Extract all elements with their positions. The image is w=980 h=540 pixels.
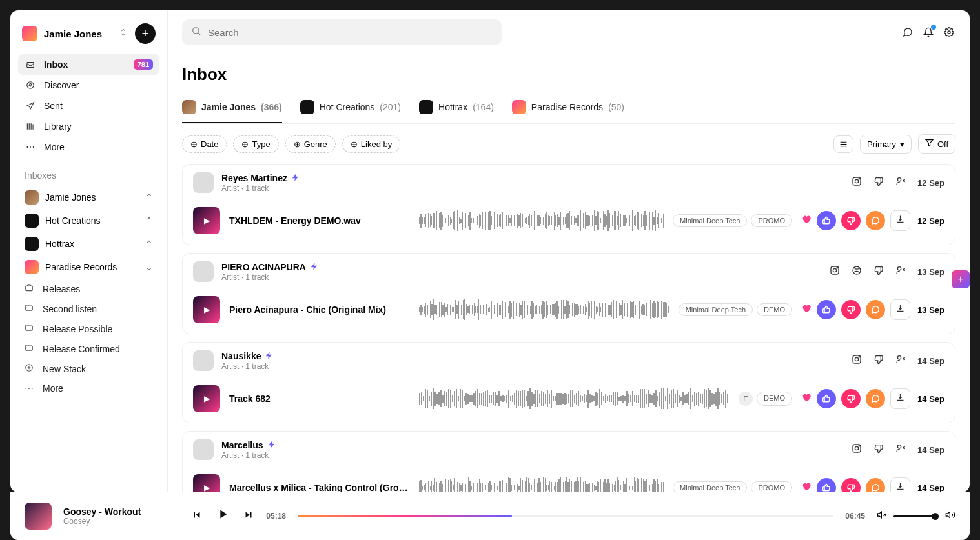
nav-inbox[interactable]: Inbox 781	[18, 54, 159, 75]
play-button[interactable]: ▶	[193, 207, 220, 234]
artist-avatar[interactable]	[193, 439, 214, 460]
thumbs-down-button[interactable]	[841, 478, 861, 492]
settings-icon[interactable]	[943, 26, 955, 39]
artist-avatar[interactable]	[193, 261, 214, 282]
thumbs-up-button[interactable]	[817, 211, 836, 230]
inbox-subitem[interactable]: New Stack	[18, 359, 159, 379]
svg-point-10	[833, 268, 836, 272]
thumbs-down-button[interactable]	[841, 300, 861, 319]
track-name[interactable]: Track 682	[229, 394, 410, 404]
comment-button[interactable]	[866, 478, 885, 492]
filter-likedby[interactable]: ⊕Liked by	[342, 135, 400, 153]
nav-discover[interactable]: Discover	[18, 75, 159, 95]
thumbs-up-button[interactable]	[817, 389, 836, 408]
download-button[interactable]	[890, 299, 910, 320]
user-avatar[interactable]	[22, 26, 37, 41]
heart-icon[interactable]	[801, 481, 812, 492]
side-add-button[interactable]: +	[952, 270, 970, 288]
volume-icon[interactable]	[945, 510, 955, 523]
inbox-item[interactable]: Hottrax⌃	[18, 232, 159, 255]
user-name[interactable]: Jamie Jones	[44, 28, 112, 39]
nav-sent[interactable]: Sent	[18, 95, 159, 116]
filter-date[interactable]: ⊕Date	[182, 135, 227, 153]
tab-jamie-jones[interactable]: Jamie Jones (366)	[182, 95, 282, 123]
player-artwork[interactable]	[25, 503, 52, 530]
inbox-subitem[interactable]: Release Confirmed	[18, 339, 159, 359]
track-date: 12 Sep	[915, 216, 944, 226]
tab-paradise-records[interactable]: Paradise Records (50)	[512, 95, 624, 123]
track-name[interactable]: TXHLDEM - Energy DEMO.wav	[229, 215, 410, 226]
tab-hottrax[interactable]: Hottrax (164)	[419, 95, 494, 123]
view-list-icon[interactable]	[833, 135, 853, 153]
search-input[interactable]	[208, 27, 493, 38]
thumbs-down-button[interactable]	[841, 389, 861, 408]
chat-icon[interactable]	[901, 26, 914, 39]
track-name[interactable]: Piero Acinapura - Chic (Original Mix)	[229, 305, 410, 315]
instagram-icon[interactable]	[852, 354, 862, 367]
track-name[interactable]: Marcellus x Milica - Taking Control (Gro…	[229, 483, 410, 492]
inbox-item[interactable]: Hot Creations⌃	[18, 209, 159, 232]
bell-icon[interactable]	[922, 26, 935, 39]
add-button[interactable]: +	[135, 23, 156, 44]
filter-genre[interactable]: ⊕Genre	[285, 135, 336, 153]
volume-slider[interactable]	[893, 515, 939, 517]
inbox-item[interactable]: Jamie Jones⌃	[18, 186, 159, 209]
thumbs-down-icon[interactable]	[873, 265, 884, 278]
thumbs-up-button[interactable]	[817, 300, 836, 319]
waveform[interactable]	[419, 386, 730, 411]
waveform[interactable]	[419, 208, 664, 233]
play-button[interactable]: ▶	[193, 296, 220, 323]
heart-icon[interactable]	[801, 214, 812, 227]
inbox-subitem[interactable]: Release Possible	[18, 319, 159, 339]
mute-icon[interactable]	[877, 510, 887, 523]
artist-name[interactable]: Reyes Martinez	[221, 173, 300, 184]
waveform[interactable]	[419, 297, 669, 322]
inbox-subitem[interactable]: Releases	[18, 279, 159, 299]
thumbs-down-button[interactable]	[841, 211, 861, 230]
artist-name[interactable]: Nausikke	[221, 351, 274, 362]
comment-button[interactable]	[866, 211, 885, 230]
thumbs-up-button[interactable]	[817, 478, 836, 492]
spotify-icon[interactable]	[852, 265, 862, 278]
artist-avatar[interactable]	[193, 350, 214, 371]
heart-icon[interactable]	[801, 303, 812, 316]
instagram-icon[interactable]	[830, 265, 840, 278]
play-button[interactable]: ▶	[193, 474, 220, 492]
download-button[interactable]	[890, 477, 910, 492]
filter-type[interactable]: ⊕Type	[233, 135, 278, 153]
download-button[interactable]	[890, 210, 910, 231]
inbox-subitem[interactable]: Second listen	[18, 299, 159, 319]
nav-more[interactable]: ⋯ More	[18, 137, 159, 157]
play-icon[interactable]	[216, 507, 230, 525]
user-x-icon[interactable]	[895, 443, 906, 456]
nav-library[interactable]: Library	[18, 116, 159, 137]
comment-button[interactable]	[866, 389, 885, 408]
user-x-icon[interactable]	[895, 265, 906, 278]
search-box[interactable]	[182, 19, 502, 45]
thumbs-down-icon[interactable]	[873, 176, 884, 189]
inbox-subitem[interactable]: ⋯More	[18, 379, 159, 398]
artist-avatar[interactable]	[193, 172, 214, 193]
sort-primary[interactable]: Primary▾	[860, 135, 912, 154]
thumbs-down-icon[interactable]	[873, 443, 884, 456]
chevron-up-icon: ⌃	[145, 192, 153, 203]
user-x-icon[interactable]	[895, 176, 906, 189]
user-switcher-icon[interactable]	[118, 27, 128, 40]
instagram-icon[interactable]	[852, 176, 862, 189]
artist-name[interactable]: Marcellus	[221, 440, 276, 451]
download-button[interactable]	[890, 388, 910, 409]
user-x-icon[interactable]	[895, 354, 906, 367]
player-seek[interactable]	[298, 515, 833, 517]
play-button[interactable]: ▶	[193, 385, 220, 412]
next-icon[interactable]	[243, 509, 254, 524]
inbox-item[interactable]: Paradise Records⌄	[18, 255, 159, 279]
artist-name[interactable]: PIERO ACINAPURA	[221, 262, 319, 273]
prev-icon[interactable]	[191, 509, 203, 524]
waveform[interactable]	[419, 475, 664, 492]
tab-hot-creations[interactable]: Hot Creations (201)	[300, 95, 401, 123]
comment-button[interactable]	[866, 300, 885, 319]
filter-off[interactable]: Off	[918, 134, 955, 154]
heart-icon[interactable]	[801, 392, 812, 405]
instagram-icon[interactable]	[852, 443, 862, 456]
thumbs-down-icon[interactable]	[873, 354, 884, 367]
